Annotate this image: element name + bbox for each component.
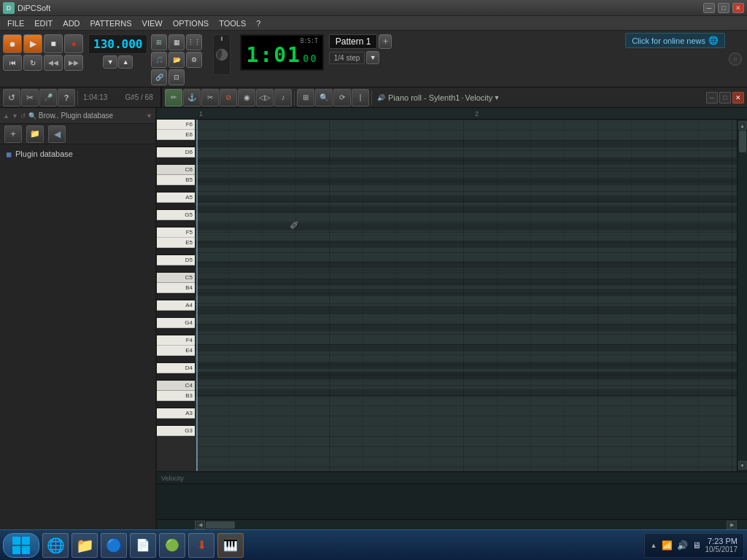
- key-d6[interactable]: D6: [157, 147, 195, 158]
- menu-options[interactable]: OPTIONS: [169, 18, 214, 29]
- menu-help[interactable]: ?: [252, 18, 265, 29]
- pr-tool-delete[interactable]: ⊘: [220, 89, 237, 106]
- master-knob[interactable]: ○: [729, 52, 742, 66]
- menu-edit[interactable]: EDIT: [30, 18, 57, 29]
- scroll-thumb-v[interactable]: [739, 131, 746, 152]
- key-e6[interactable]: E6: [157, 130, 195, 140]
- sidebar-item-plugin-database[interactable]: ◼ Plugin database: [3, 147, 152, 160]
- bpm-display[interactable]: 130.000: [88, 34, 147, 54]
- key-a5[interactable]: A5: [157, 192, 195, 203]
- sidebar-back-btn[interactable]: ◀: [48, 125, 66, 143]
- scroll-left-btn[interactable]: ◀: [195, 521, 205, 529]
- rewind-btn[interactable]: ◀◀: [44, 55, 63, 71]
- key-e5[interactable]: E5: [157, 238, 195, 248]
- minimize-button[interactable]: ─: [703, 3, 715, 13]
- play-mode-btn[interactable]: ▶: [23, 34, 42, 53]
- link-btn[interactable]: 🔗: [151, 69, 167, 85]
- sidebar-folder-btn[interactable]: 📁: [26, 125, 44, 143]
- menu-tools[interactable]: TOOLS: [214, 18, 250, 29]
- record-mode-btn[interactable]: ⏺: [3, 34, 22, 53]
- key-bb5[interactable]: [157, 185, 195, 192]
- horizontal-scrollbar[interactable]: ◀ ▶: [157, 519, 747, 529]
- close-button[interactable]: ✕: [732, 3, 744, 13]
- record-btn[interactable]: ●: [64, 34, 83, 53]
- step-display[interactable]: 1/4 step: [329, 52, 365, 64]
- pr-tool-slip[interactable]: ◁▷: [256, 89, 274, 106]
- scroll-right-btn[interactable]: ▶: [727, 521, 737, 529]
- scroll-down-btn[interactable]: ▼: [738, 461, 747, 470]
- key-f4[interactable]: F4: [157, 335, 195, 346]
- clock-area[interactable]: 7:23 PM 10/5/2017: [705, 537, 738, 553]
- taskbar-chrome[interactable]: 🔵: [101, 533, 127, 558]
- key-g3[interactable]: G3: [157, 426, 195, 436]
- note-grid[interactable]: ✏: [195, 120, 737, 471]
- pr-zoom-btn[interactable]: 🔍: [315, 89, 333, 106]
- playlist-btn[interactable]: ▦: [169, 34, 185, 50]
- scroll-thumb-h[interactable]: [206, 521, 235, 529]
- key-b4[interactable]: B4: [157, 283, 195, 293]
- key-eb6[interactable]: [157, 140, 195, 147]
- snap-btn[interactable]: ⊡: [169, 69, 185, 85]
- key-c4[interactable]: C4: [157, 381, 195, 391]
- to-start-btn[interactable]: ⏮: [3, 55, 22, 71]
- pr-tool-select[interactable]: ✏: [165, 89, 182, 106]
- piano-roll-btn[interactable]: 🎵: [151, 52, 167, 68]
- taskbar-ie[interactable]: 🌐: [42, 533, 69, 558]
- taskbar-unknown1[interactable]: 🟢: [159, 533, 185, 558]
- key-b3[interactable]: B3: [157, 391, 195, 401]
- taskbar-torrent[interactable]: ⬇: [188, 533, 214, 558]
- vertical-scrollbar[interactable]: ▲ ▼: [737, 120, 747, 471]
- key-c6[interactable]: C6: [157, 165, 195, 175]
- menu-view[interactable]: VIEW: [138, 18, 167, 29]
- key-a4[interactable]: A4: [157, 300, 195, 311]
- key-b5[interactable]: B5: [157, 175, 195, 185]
- pr-snap-btn[interactable]: ⊞: [297, 89, 314, 106]
- key-f5[interactable]: F5: [157, 228, 195, 238]
- key-ab4[interactable]: [157, 311, 195, 318]
- key-a3[interactable]: A3: [157, 408, 195, 419]
- key-g4[interactable]: G4: [157, 318, 195, 328]
- pr-maxrestore-btn[interactable]: □: [719, 92, 731, 104]
- pr-minimize-btn[interactable]: ─: [706, 92, 718, 104]
- pr-tool-cut[interactable]: ✂: [201, 89, 219, 106]
- maximize-button[interactable]: □: [718, 3, 729, 13]
- pr-tool-volume[interactable]: ♪: [274, 89, 292, 106]
- key-eb4[interactable]: [157, 356, 195, 363]
- key-eb5[interactable]: [157, 248, 195, 255]
- sidebar-menu-icon[interactable]: ▼: [146, 112, 152, 120]
- mixer-btn[interactable]: ⊞: [151, 34, 167, 50]
- taskbar-pdf[interactable]: 📄: [130, 533, 156, 558]
- pr-metronome-btn[interactable]: |: [352, 89, 369, 106]
- pr-close-btn[interactable]: ✕: [732, 92, 744, 104]
- key-f6[interactable]: F6: [157, 120, 195, 130]
- taskbar-fl-studio[interactable]: 🎹: [217, 533, 244, 558]
- menu-file[interactable]: FILE: [3, 18, 28, 29]
- pr-tool-mute[interactable]: ◉: [238, 89, 255, 106]
- menu-add[interactable]: ADD: [58, 18, 84, 29]
- start-button[interactable]: [3, 533, 39, 558]
- key-e4[interactable]: E4: [157, 346, 195, 356]
- bpm-up-btn[interactable]: ▲: [118, 55, 133, 69]
- cut-btn[interactable]: ✂: [21, 89, 39, 106]
- tray-expand-btn[interactable]: ▲: [651, 542, 657, 549]
- key-gb4[interactable]: [157, 328, 195, 335]
- key-ab5[interactable]: [157, 203, 195, 210]
- browser-btn[interactable]: 📂: [169, 52, 185, 68]
- key-db6[interactable]: [157, 158, 195, 165]
- velocity-arrow[interactable]: ▼: [492, 94, 500, 101]
- velocity-content[interactable]: [157, 484, 747, 519]
- step-down-btn[interactable]: ▼: [366, 51, 379, 64]
- scroll-up-btn[interactable]: ▲: [738, 121, 747, 130]
- pattern-add-btn[interactable]: +: [379, 34, 392, 49]
- key-c5[interactable]: C5: [157, 273, 195, 283]
- key-ab3[interactable]: [157, 419, 195, 426]
- key-gb5[interactable]: [157, 220, 195, 228]
- key-bb4[interactable]: [157, 293, 195, 300]
- help-btn[interactable]: ?: [58, 89, 75, 106]
- step-seq-btn[interactable]: ⋮⋮: [186, 34, 202, 50]
- taskbar-explorer[interactable]: 📁: [71, 533, 98, 558]
- loop-btn[interactable]: ↻: [23, 55, 42, 71]
- key-bb3[interactable]: [157, 401, 195, 408]
- undo-btn[interactable]: ↺: [3, 89, 20, 106]
- key-d5[interactable]: D5: [157, 255, 195, 265]
